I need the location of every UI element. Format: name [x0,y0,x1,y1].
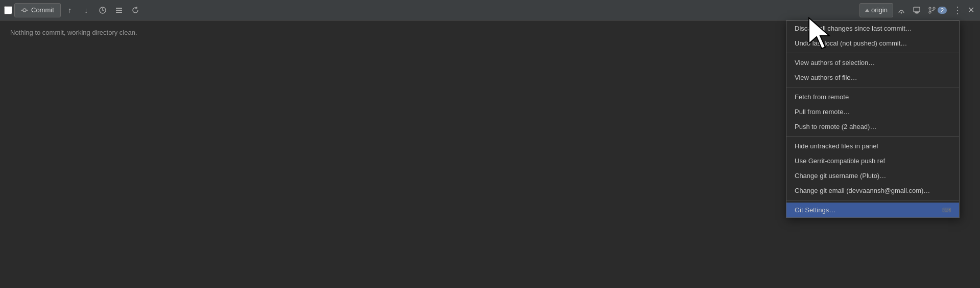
menu-item-push-remote[interactable]: Push to remote (2 ahead)… [786,119,959,134]
update-icon [99,6,107,14]
branch-badge: 2 [938,7,947,14]
push-remote-button[interactable] [910,3,924,17]
menu-item-fetch-remote[interactable]: Fetch from remote [786,90,959,104]
origin-button[interactable]: origin [859,3,893,17]
svg-rect-8 [914,7,920,12]
more-icon: ⋮ [953,5,963,16]
menu-item-view-authors-file[interactable]: View authors of file… [786,70,959,85]
svg-point-0 [23,9,26,12]
reload-icon [131,6,139,14]
push-button[interactable]: ↑ [63,3,77,17]
left-toolbar: Commit ↑ ↓ [0,0,980,20]
svg-point-11 [929,7,931,9]
svg-rect-4 [116,8,122,9]
push-remote-icon [913,6,921,14]
reload-button[interactable] [128,3,142,17]
log-icon [115,6,123,14]
menu-item-gerrit-push[interactable]: Use Gerrit-compatible push ref [786,153,959,168]
branch-button[interactable]: 2 [925,3,950,17]
menu-item-change-email[interactable]: Change git email (devvaannsh@gmail.com)… [786,183,959,198]
update-button[interactable] [95,3,110,17]
status-message: Nothing to commit, working directory cle… [10,29,137,36]
origin-label: origin [871,6,888,14]
menu-item-view-authors-selection[interactable]: View authors of selection… [786,55,959,70]
commit-label: Commit [31,6,54,14]
menu-item-hide-untracked[interactable]: Hide untracked files in panel [786,139,959,153]
up-arrow-icon: ↑ [68,6,72,14]
menu-divider-2 [786,87,959,87]
pull-button[interactable]: ↓ [79,3,93,17]
commit-button[interactable]: Commit [14,3,61,17]
menu-divider-1 [786,53,959,53]
menu-item-discard-all[interactable]: Discard all changes since last commit… [786,21,959,36]
svg-point-12 [933,7,935,9]
right-toolbar: origin 2 ⋮ ✕ [856,0,980,20]
menu-item-change-username[interactable]: Change git username (Pluto)… [786,168,959,183]
svg-point-7 [900,12,902,13]
fetch-button[interactable] [894,3,909,17]
svg-point-13 [929,11,931,13]
close-button[interactable]: ✕ [965,3,977,17]
down-arrow-icon: ↓ [84,6,88,14]
close-icon: ✕ [968,5,974,15]
log-button[interactable] [112,3,126,17]
menu-divider-4 [786,200,959,201]
more-button[interactable]: ⋮ [951,3,964,17]
svg-rect-5 [116,10,122,11]
fetch-icon [897,6,905,14]
menu-item-git-settings[interactable]: Git Settings… ⌨ [786,203,959,217]
dropdown-menu: Discard all changes since last commit… U… [786,20,960,218]
menu-divider-3 [786,136,959,137]
svg-rect-6 [116,12,122,13]
menu-item-undo-last[interactable]: Undo last local (not pushed) commit… [786,36,959,51]
menu-item-pull-remote[interactable]: Pull from remote… [786,104,959,119]
git-settings-keyboard-icon: ⌨ [942,207,951,214]
origin-arrow-icon [865,9,869,12]
commit-icon [21,7,28,14]
select-all-checkbox[interactable] [4,6,12,14]
branch-icon [928,7,936,14]
